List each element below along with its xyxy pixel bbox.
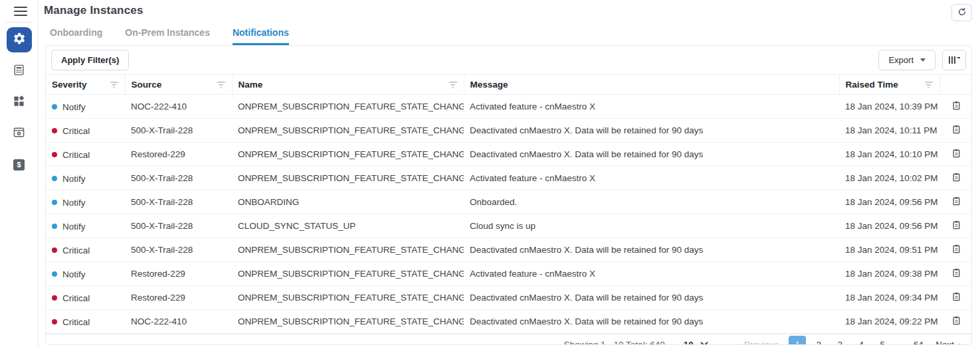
source-cell: Restored-229 <box>125 262 232 286</box>
raised-time-cell: 18 Jan 2024, 10:10 PM <box>839 143 939 167</box>
page-button[interactable]: 5 <box>874 336 891 345</box>
actions-cell <box>939 310 972 334</box>
filter-icon[interactable] <box>924 80 934 90</box>
severity-label: Notify <box>62 173 86 183</box>
name-cell: ONBOARDING <box>232 190 464 214</box>
copy-details-button[interactable] <box>951 100 961 111</box>
table-footer: Showing 1 - 10 Total: 640 10 ‹ Previous … <box>46 334 971 345</box>
tab-notifications[interactable]: Notifications <box>233 27 289 45</box>
page-button[interactable]: 2 <box>810 336 827 345</box>
column-label: Raised Time <box>846 80 898 90</box>
page-button[interactable]: 64 <box>910 336 927 345</box>
sidebar-divider <box>5 22 33 23</box>
menu-icon[interactable] <box>14 7 27 16</box>
apply-filters-button[interactable]: Apply Filter(s) <box>51 50 129 70</box>
next-page-button[interactable]: Next › <box>935 340 962 346</box>
column-header-name: Name <box>232 75 464 95</box>
apps-tiles-icon <box>13 95 25 110</box>
sidebar-item-data-tables[interactable] <box>7 58 32 84</box>
clipboard-icon <box>951 174 961 184</box>
column-label: Source <box>132 80 162 90</box>
severity-cell: Critical <box>46 143 125 167</box>
refresh-button[interactable] <box>951 4 972 21</box>
page-button-active[interactable]: 1 <box>789 336 806 345</box>
window-gear-icon <box>13 126 25 141</box>
copy-details-button[interactable] <box>951 244 961 254</box>
copy-details-button[interactable] <box>951 291 961 302</box>
filter-icon[interactable] <box>448 80 458 90</box>
table-header: SeveritySourceNameMessageRaised Time <box>46 75 972 95</box>
severity-dot-icon <box>52 104 57 109</box>
raised-time-cell: 18 Jan 2024, 09:22 PM <box>839 310 939 334</box>
source-cell: 500-X-Trail-228 <box>125 214 232 238</box>
source-cell: 500-X-Trail-228 <box>125 167 232 190</box>
main-content: Manage Instances Onboarding On-Prem Inst… <box>39 0 980 349</box>
copy-details-button[interactable] <box>951 267 961 278</box>
page-numbers: 12345...64 <box>787 336 929 345</box>
sidebar-item-applications[interactable] <box>7 90 32 115</box>
raised-time-cell: 18 Jan 2024, 09:34 PM <box>839 286 939 310</box>
message-cell: Deactivated cnMaestro X. Data will be re… <box>464 238 839 262</box>
sidebar-item-billing[interactable]: $ <box>7 152 32 177</box>
severity-cell: Critical <box>46 286 125 310</box>
copy-details-button[interactable] <box>951 196 961 206</box>
page-title: Manage Instances <box>44 4 144 17</box>
tab-bar: Onboarding On-Prem Instances Notificatio… <box>39 21 980 45</box>
page-button[interactable]: 4 <box>852 336 870 345</box>
clipboard-icon <box>951 151 961 161</box>
severity-cell: Notify <box>46 214 125 238</box>
table-row: CriticalRestored-229ONPREM_SUBSCRIPTION_… <box>46 286 972 310</box>
message-cell: Deactivated cnMaestro X. Data will be re… <box>464 310 839 334</box>
raised-time-cell: 18 Jan 2024, 10:39 PM <box>839 95 939 119</box>
tab-onboarding[interactable]: Onboarding <box>50 27 102 45</box>
copy-details-button[interactable] <box>951 220 961 230</box>
pagination: ‹ Previous 12345...64 Next › <box>736 336 962 345</box>
source-cell: Restored-229 <box>125 143 232 167</box>
sidebar-item-settings[interactable] <box>7 27 32 52</box>
actions-cell <box>939 95 972 119</box>
severity-label: Notify <box>62 221 86 231</box>
severity-dot-icon <box>52 271 57 277</box>
severity-label: Critical <box>62 125 90 135</box>
clipboard-icon <box>951 294 961 304</box>
page-button[interactable]: 3 <box>831 336 848 345</box>
chevron-down-icon <box>700 338 708 345</box>
raised-time-cell: 18 Jan 2024, 09:56 PM <box>839 190 939 214</box>
actions-cell <box>939 190 972 214</box>
severity-dot-icon <box>52 224 57 229</box>
export-label: Export <box>888 55 914 65</box>
severity-cell: Critical <box>46 310 125 334</box>
copy-details-button[interactable] <box>951 124 961 135</box>
copy-details-button[interactable] <box>951 148 961 159</box>
severity-label: Critical <box>62 316 90 326</box>
sidebar-item-system[interactable] <box>7 121 32 146</box>
filter-icon[interactable] <box>216 80 227 90</box>
severity-dot-icon <box>52 128 57 133</box>
column-settings-button[interactable] <box>942 50 966 70</box>
tab-on-prem-instances[interactable]: On-Prem Instances <box>125 27 210 45</box>
page-size-select[interactable]: 10 <box>684 340 707 346</box>
table-row: Notify500-X-Trail-228ONBOARDINGOnboarded… <box>46 190 972 214</box>
message-cell: Activated feature - cnMaestro X <box>464 95 839 119</box>
message-cell: Activated feature - cnMaestro X <box>464 167 839 190</box>
column-header-message: Message <box>464 75 839 95</box>
raised-time-cell: 18 Jan 2024, 09:51 PM <box>839 238 939 262</box>
previous-page-button[interactable]: ‹ Previous <box>736 340 779 346</box>
notifications-panel: Apply Filter(s) Export SeveritySourceNam… <box>45 45 972 345</box>
export-button[interactable]: Export <box>878 50 935 70</box>
copy-details-button[interactable] <box>951 315 961 326</box>
table-row: NotifyRestored-229ONPREM_SUBSCRIPTION_FE… <box>46 262 972 286</box>
severity-label: Notify <box>62 269 86 279</box>
calculator-icon <box>13 64 25 79</box>
table-row: Notify500-X-Trail-228ONPREM_SUBSCRIPTION… <box>46 167 972 190</box>
severity-cell: Notify <box>46 262 125 286</box>
filter-icon[interactable] <box>109 80 120 90</box>
copy-details-button[interactable] <box>951 172 961 182</box>
previous-label: Previous <box>744 340 779 346</box>
source-cell: 500-X-Trail-228 <box>125 190 232 214</box>
source-cell: NOC-222-410 <box>125 310 232 334</box>
actions-cell <box>939 286 972 310</box>
severity-label: Critical <box>62 245 90 255</box>
column-label: Message <box>470 80 508 90</box>
table-body: NotifyNOC-222-410ONPREM_SUBSCRIPTION_FEA… <box>46 95 972 334</box>
